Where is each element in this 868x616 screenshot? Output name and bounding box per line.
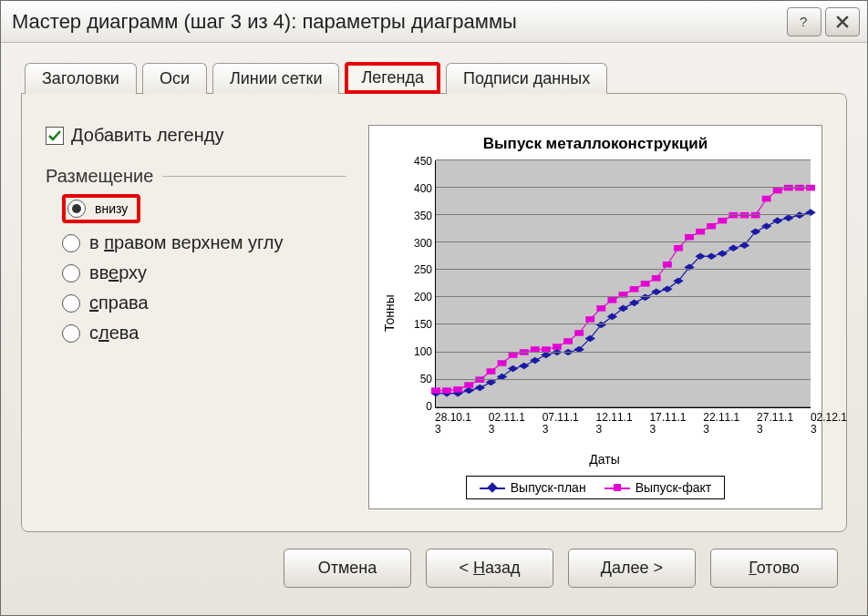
svg-rect-55 [641,281,650,286]
radio-right[interactable] [62,294,80,313]
plot-area: 050100150200250300350400450 [435,160,811,408]
chart-title: Выпуск металлоконструкций [380,135,811,153]
svg-marker-4 [464,387,475,395]
svg-rect-52 [607,297,616,303]
radio-top-right-row[interactable]: в правом верхнем углу [62,232,346,253]
placement-group-label: Размещение [46,166,346,187]
titlebar: Мастер диаграмм (шаг 3 из 4): параметры … [1,1,867,43]
svg-marker-29 [739,241,750,249]
svg-rect-51 [596,305,605,311]
radio-top[interactable] [62,264,80,282]
add-legend-checkbox[interactable] [46,127,64,145]
svg-rect-62 [718,218,727,223]
svg-rect-43 [509,352,518,357]
chart-body: Тонны 050100150200250300350400450 28.10.… [380,160,811,467]
radio-left-row[interactable]: слева [62,323,346,344]
placement-radios: внизу в правом верхнем углу вверху справ… [46,194,346,344]
svg-rect-41 [487,368,496,374]
x-tick-labels: 28.10.1302.11.1307.11.1312.11.1317.11.13… [435,412,811,436]
svg-rect-66 [762,196,771,201]
svg-rect-54 [630,286,639,292]
tab-panel: Добавить легенду Размещение внизу в прав… [21,93,847,532]
radio-top-right-label: в правом верхнем углу [89,232,284,253]
tab-gridlines[interactable]: Линии сетки [212,63,340,94]
legend-options: Добавить легенду Размещение внизу в прав… [46,125,346,509]
cancel-button[interactable]: Отмена [284,549,411,588]
svg-rect-58 [674,245,683,251]
svg-marker-15 [584,335,595,343]
next-button[interactable]: Далее > [568,549,696,588]
radio-bottom[interactable] [67,200,86,218]
svg-rect-56 [652,275,661,281]
check-icon [47,128,62,143]
radio-left-label: слева [89,323,139,344]
chart-lines [436,160,811,407]
svg-marker-33 [783,214,794,221]
client-area: Заголовки Оси Линии сетки Легенда Подпис… [1,43,867,615]
close-icon [833,13,852,31]
svg-rect-49 [574,330,584,335]
radio-right-label: справа [89,293,149,313]
tab-legend[interactable]: Легенда [345,62,439,94]
svg-rect-67 [773,188,782,193]
add-legend-checkbox-row[interactable]: Добавить легенду [46,125,346,146]
close-button[interactable] [825,7,860,36]
svg-rect-57 [663,262,672,267]
svg-rect-47 [553,344,562,349]
chart-preview: Выпуск металлоконструкций Тонны 05010015… [368,125,822,509]
tab-axes[interactable]: Оси [142,63,207,94]
help-button[interactable]: ? [787,7,822,36]
svg-rect-37 [442,387,451,393]
plot-wrap: 050100150200250300350400450 28.10.1302.1… [398,160,811,467]
chart-legend: Выпуск-планВыпуск-факт [466,476,726,499]
svg-rect-59 [685,234,694,240]
add-legend-label: Добавить легенду [71,125,223,146]
finish-button[interactable]: Готово [710,549,838,588]
dialog-buttons: Отмена < Назад Далее > Готово [21,532,847,606]
chart-ylabel: Тонны [380,160,398,467]
chart-xlabel: Даты [398,452,811,467]
window-title: Мастер диаграмм (шаг 3 из 4): параметры … [8,10,783,34]
svg-marker-25 [695,252,706,260]
radio-left[interactable] [62,324,80,343]
radio-bottom-highlight: внизу [62,194,140,223]
radio-top-right[interactable] [62,234,80,252]
back-button[interactable]: < Назад [426,549,553,588]
svg-rect-38 [453,386,462,392]
svg-rect-60 [696,229,705,234]
svg-text:?: ? [800,14,807,29]
tab-titles[interactable]: Заголовки [25,63,137,94]
svg-rect-39 [464,382,473,387]
svg-rect-61 [707,223,716,229]
group-divider [162,176,346,177]
svg-marker-26 [706,252,717,260]
radio-top-row[interactable]: вверху [62,262,346,283]
dialog-window: Мастер диаграмм (шаг 3 из 4): параметры … [0,0,868,616]
svg-rect-36 [431,387,440,393]
svg-rect-50 [585,316,594,322]
radio-right-row[interactable]: справа [62,293,346,313]
svg-rect-48 [563,338,573,344]
svg-rect-42 [498,360,507,365]
help-icon: ? [795,13,813,31]
y-tick-labels: 050100150200250300350400450 [401,155,432,413]
tabstrip: Заголовки Оси Линии сетки Легенда Подпис… [21,61,847,93]
radio-bottom-label: внизу [95,201,128,216]
radio-top-label: вверху [89,262,147,283]
tab-datalabels[interactable]: Подписи данных [446,63,607,94]
